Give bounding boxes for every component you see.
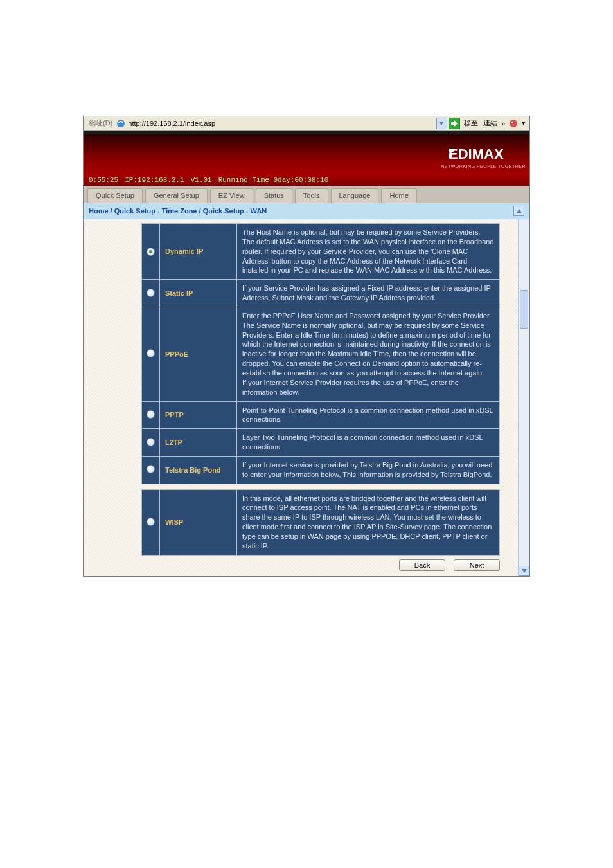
toolbar-chevron-icon[interactable]: ▾: [520, 119, 527, 127]
brand-logo: EDIMAX: [449, 146, 526, 163]
wan-name-wisp: WISP: [160, 489, 237, 555]
links-chevron-icon[interactable]: »: [500, 120, 506, 127]
svg-point-0: [117, 120, 125, 127]
wan-name-static-ip: Static IP: [160, 280, 237, 307]
wan-row-l2tp: L2TP Layer Two Tunneling Protocol is a c…: [142, 429, 500, 457]
wan-row-telstra: Telstra Big Pond If your Internet servic…: [142, 456, 500, 484]
radio-pppoe[interactable]: [147, 349, 155, 357]
status-line: 0:55:25 IP:192:168.2.1 V1.01 Running Tim…: [84, 174, 529, 186]
wan-name-l2tp: L2TP: [160, 429, 237, 457]
links-label[interactable]: 連結: [482, 118, 499, 128]
radio-telstra[interactable]: [147, 465, 155, 473]
wan-name-telstra: Telstra Big Pond: [160, 456, 237, 484]
antivirus-icon[interactable]: [508, 118, 519, 129]
tab-status[interactable]: Status: [256, 188, 292, 203]
wan-desc-pppoe: Enter the PPPoE User Name and Password a…: [237, 307, 500, 401]
main-tabs: Quick Setup General Setup EZ View Status…: [84, 186, 529, 203]
wan-desc-pptp: Point-to-Point Tunneling Protocol is a c…: [237, 401, 500, 429]
status-ip: IP:192:168.2.1: [125, 176, 184, 184]
tab-general-setup[interactable]: General Setup: [145, 188, 208, 203]
address-label: 網址(D): [86, 118, 115, 128]
wan-desc-wisp: In this mode, all ethernet ports are bri…: [237, 489, 500, 555]
wisp-table: WISP In this mode, all ethernet ports ar…: [141, 489, 500, 556]
next-button[interactable]: Next: [454, 559, 500, 571]
breadcrumb-text[interactable]: Home / Quick Setup - Time Zone / Quick S…: [89, 207, 267, 215]
address-bar: 網址(D) http://192.168.2.1/index.asp 移至 連結…: [84, 116, 529, 131]
radio-pptp[interactable]: [147, 410, 155, 419]
wan-row-pptp: PPTP Point-to-Point Tunneling Protocol i…: [142, 401, 500, 429]
wan-name-dynamic-ip: Dynamic IP: [160, 224, 237, 280]
wan-row-static-ip: Static IP If your Service Provider has a…: [142, 280, 500, 307]
wan-desc-telstra: If your Internet service is provided by …: [237, 456, 500, 484]
brand-subtitle: NETWORKING PEOPLE TOGETHER: [441, 164, 526, 168]
wan-row-wisp: WISP In this mode, all ethernet ports ar…: [142, 489, 500, 555]
wan-options-table: Dynamic IP The Host Name is optional, bu…: [141, 223, 500, 484]
radio-l2tp[interactable]: [147, 438, 155, 446]
tab-ez-view[interactable]: EZ View: [210, 188, 253, 203]
wan-row-pppoe: PPPoE Enter the PPPoE User Name and Pass…: [142, 307, 500, 401]
go-button[interactable]: [449, 118, 460, 129]
scrollbar-thumb[interactable]: [520, 290, 528, 329]
tab-tools[interactable]: Tools: [295, 188, 328, 203]
wan-desc-l2tp: Layer Two Tunneling Protocol is a common…: [237, 429, 500, 457]
status-version: V1.01: [191, 176, 212, 184]
tab-home[interactable]: Home: [381, 188, 416, 203]
radio-wisp[interactable]: [147, 518, 155, 526]
wan-panel: Dynamic IP The Host Name is optional, bu…: [84, 219, 529, 576]
wan-name-pptp: PPTP: [160, 401, 237, 429]
status-uptime: 0:55:25: [89, 176, 118, 184]
radio-static-ip[interactable]: [147, 289, 155, 297]
wan-desc-static-ip: If your Service Provider has assigned a …: [237, 280, 500, 307]
header-banner: EDIMAX NETWORKING PEOPLE TOGETHER: [84, 134, 529, 174]
wan-row-dynamic-ip: Dynamic IP The Host Name is optional, bu…: [142, 224, 500, 280]
go-label: 移至: [461, 118, 481, 128]
ie-icon: [116, 119, 125, 128]
router-admin-window: 網址(D) http://192.168.2.1/index.asp 移至 連結…: [83, 116, 530, 577]
status-running: Running Time 0day:00:08:10: [218, 176, 329, 184]
wan-desc-dynamic-ip: The Host Name is optional, but may be re…: [237, 224, 500, 280]
tab-language[interactable]: Language: [331, 188, 379, 203]
breadcrumb: Home / Quick Setup - Time Zone / Quick S…: [84, 203, 529, 219]
radio-dynamic-ip[interactable]: [147, 248, 155, 256]
back-button[interactable]: Back: [399, 559, 445, 571]
tab-quick-setup[interactable]: Quick Setup: [87, 188, 143, 203]
address-url[interactable]: http://192.168.2.1/index.asp: [127, 119, 268, 128]
button-row: Back Next: [141, 556, 500, 572]
scroll-up-button[interactable]: [513, 206, 524, 216]
scroll-down-button[interactable]: [519, 566, 529, 576]
wan-name-pppoe: PPPoE: [160, 307, 237, 401]
svg-text:EDIMAX: EDIMAX: [449, 146, 504, 162]
address-dropdown[interactable]: [436, 118, 447, 129]
